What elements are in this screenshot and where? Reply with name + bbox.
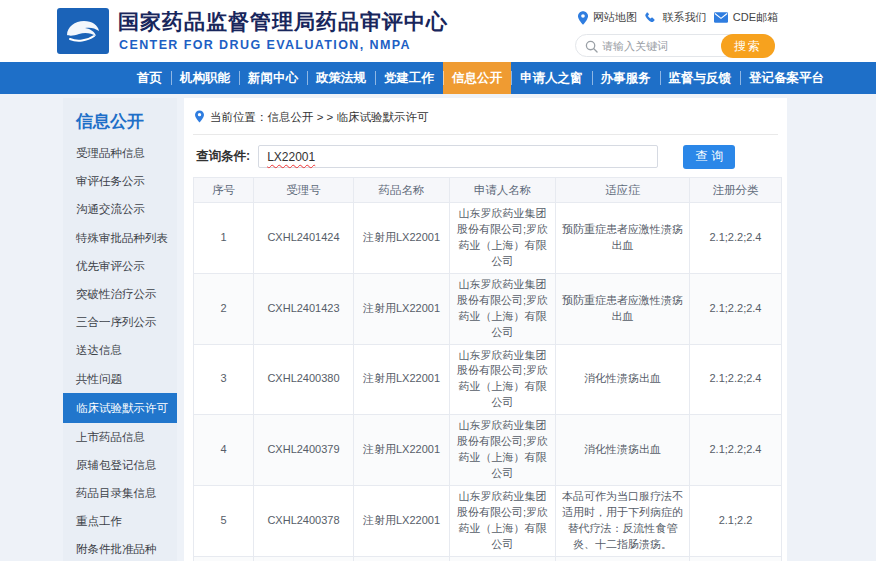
nav-item-信息公开[interactable]: 信息公开 (443, 62, 511, 94)
table-cell: 注射用LX22001 (354, 344, 450, 415)
table-cell: 山东罗欣药业集团股份有限公司;罗欣药业（上海）有限公司 (450, 203, 556, 274)
table-cell: 2.1;2.2 (690, 486, 782, 557)
table-cell: 2.1;2.2;2.4 (690, 203, 782, 274)
table-cell: 注射用LX22001 (354, 273, 450, 344)
column-header-药品名称: 药品名称 (354, 178, 450, 203)
table-row: 2CXHL2401423注射用LX22001山东罗欣药业集团股份有限公司;罗欣药… (194, 273, 782, 344)
table-cell: 预防重症患者应激性溃疡出血 (556, 273, 690, 344)
cde-logo-icon[interactable] (57, 8, 109, 54)
breadcrumb-divider (193, 134, 778, 135)
sidebar-item-药品目录集信息[interactable]: 药品目录集信息 (63, 479, 177, 507)
results-table: 序号受理号药品名称申请人名称适应症注册分类 1CXHL2401424注射用LX2… (193, 177, 782, 561)
nav-item-监督与反馈[interactable]: 监督与反馈 (660, 62, 741, 94)
sidebar-item-突破性治疗公示[interactable]: 突破性治疗公示 (63, 280, 177, 308)
column-header-申请人名称: 申请人名称 (450, 178, 556, 203)
table-cell: 1 (194, 203, 254, 274)
column-header-适应症: 适应症 (556, 178, 690, 203)
table-cell: 消化性溃疡出血 (556, 415, 690, 486)
nav-item-首页[interactable]: 首页 (128, 62, 171, 94)
phone-icon (644, 11, 657, 24)
header-quick-links: 网站地图 联系我们 CDE邮箱 (578, 10, 778, 25)
table-header-row: 序号受理号药品名称申请人名称适应症注册分类 (194, 178, 782, 203)
table-cell: 消化性溃疡出血 (556, 344, 690, 415)
table-cell: 注射用LX22001 (354, 415, 450, 486)
sidebar-item-沟通交流公示[interactable]: 沟通交流公示 (63, 195, 177, 223)
location-pin-icon (195, 110, 204, 125)
query-button[interactable]: 查询 (683, 145, 735, 169)
sidebar-title: 信息公开 (63, 98, 177, 139)
sidebar-item-送达信息[interactable]: 送达信息 (63, 336, 177, 364)
table-body: 1CXHL2401424注射用LX22001山东罗欣药业集团股份有限公司;罗欣药… (194, 203, 782, 561)
table-cell: CXHL2400380 (254, 344, 354, 415)
query-label: 查询条件: (196, 148, 250, 165)
sidebar-item-共性问题[interactable]: 共性问题 (63, 365, 177, 393)
nav-item-登记备案平台[interactable]: 登记备案平台 (740, 62, 833, 94)
query-input[interactable]: LX22001 (258, 145, 658, 168)
table-cell: 注射用LX22001 (354, 557, 450, 561)
nav-item-申请人之窗[interactable]: 申请人之窗 (511, 62, 592, 94)
sidebar-item-重点工作[interactable]: 重点工作 (63, 507, 177, 535)
sidebar-item-临床试验默示许可[interactable]: 临床试验默示许可 (63, 393, 177, 423)
sidebar-item-附条件批准品种[interactable]: 附条件批准品种 (63, 535, 177, 561)
nav-item-机构职能[interactable]: 机构职能 (171, 62, 239, 94)
table-cell: 山东罗欣药业集团股份有限公司;罗欣药业（上海）有限公司 (450, 557, 556, 561)
table-cell: 山东罗欣药业集团股份有限公司;罗欣药业（上海）有限公司 (450, 344, 556, 415)
nav-item-党建工作[interactable]: 党建工作 (375, 62, 443, 94)
cde-mail-link[interactable]: CDE邮箱 (714, 10, 778, 25)
sidebar-item-三合一序列公示[interactable]: 三合一序列公示 (63, 308, 177, 336)
sidebar-item-特殊审批品种列表[interactable]: 特殊审批品种列表 (63, 224, 177, 252)
table-row: 6CXHL2400377注射用LX22001山东罗欣药业集团股份有限公司;罗欣药… (194, 557, 782, 561)
table-cell: 4 (194, 415, 254, 486)
nav-item-新闻中心[interactable]: 新闻中心 (239, 62, 307, 94)
site-title: 国家药品监督管理局药品审评中心 (118, 8, 448, 36)
table-cell: 山东罗欣药业集团股份有限公司;罗欣药业（上海）有限公司 (450, 486, 556, 557)
mail-icon (714, 12, 728, 23)
table-cell: 预防重症患者应激性溃疡出血 (556, 203, 690, 274)
table-cell: CXHL2400378 (254, 486, 354, 557)
sidebar-list: 受理品种信息审评任务公示沟通交流公示特殊审批品种列表优先审评公示突破性治疗公示三… (63, 139, 177, 561)
table-cell: 注射用LX22001 (354, 203, 450, 274)
table-cell: CXHL2400377 (254, 557, 354, 561)
contact-link[interactable]: 联系我们 (644, 10, 706, 25)
table-cell: 5 (194, 486, 254, 557)
column-header-受理号: 受理号 (254, 178, 354, 203)
table-cell: 山东罗欣药业集团股份有限公司;罗欣药业（上海）有限公司 (450, 415, 556, 486)
sidebar-item-优先审评公示[interactable]: 优先审评公示 (63, 252, 177, 280)
site-search-button[interactable]: 搜索 (721, 34, 775, 58)
table-cell: 3 (194, 344, 254, 415)
table-cell: 山东罗欣药业集团股份有限公司;罗欣药业（上海）有限公司 (450, 273, 556, 344)
column-header-注册分类: 注册分类 (690, 178, 782, 203)
table-cell: CXHL2401424 (254, 203, 354, 274)
nav-item-办事服务[interactable]: 办事服务 (592, 62, 660, 94)
table-row: 5CXHL2400378注射用LX22001山东罗欣药业集团股份有限公司;罗欣药… (194, 486, 782, 557)
table-cell: 本品可作为当口服疗法不适用时，用于下列病症的替代疗法：反流性食管炎、十二指肠溃疡… (556, 557, 690, 561)
site-subtitle: CENTER FOR DRUG EVALUATION, NMPA (119, 38, 411, 52)
table-cell: 2.1;2.2;2.4 (690, 415, 782, 486)
sitemap-link-label: 网站地图 (593, 10, 637, 25)
main-nav: 首页机构职能新闻中心政策法规党建工作信息公开申请人之窗办事服务监督与反馈登记备案… (0, 62, 876, 94)
table-cell: 2.1;2.2 (690, 557, 782, 561)
breadcrumb-label: 当前位置：信息公开 > > 临床试验默示许可 (210, 110, 429, 125)
sidebar-item-原辅包登记信息[interactable]: 原辅包登记信息 (63, 451, 177, 479)
nav-item-政策法规[interactable]: 政策法规 (307, 62, 375, 94)
sidebar-item-受理品种信息[interactable]: 受理品种信息 (63, 139, 177, 167)
site-search-input[interactable] (602, 36, 712, 55)
sitemap-link[interactable]: 网站地图 (578, 10, 637, 25)
table-cell: 本品可作为当口服疗法不适用时，用于下列病症的替代疗法：反流性食管炎、十二指肠溃疡… (556, 486, 690, 557)
sidebar-item-上市药品信息[interactable]: 上市药品信息 (63, 423, 177, 451)
search-icon (585, 39, 598, 57)
table-cell: 2 (194, 273, 254, 344)
sidebar: 信息公开 受理品种信息审评任务公示沟通交流公示特殊审批品种列表优先审评公示突破性… (63, 98, 177, 561)
column-header-序号: 序号 (194, 178, 254, 203)
breadcrumb: 当前位置：信息公开 > > 临床试验默示许可 (195, 98, 778, 125)
table-cell: 注射用LX22001 (354, 486, 450, 557)
site-search-bar: 搜索 (575, 34, 775, 57)
main-content: 当前位置：信息公开 > > 临床试验默示许可 查询条件: LX22001 查询 … (184, 98, 787, 561)
sidebar-item-审评任务公示[interactable]: 审评任务公示 (63, 167, 177, 195)
cde-mail-link-label: CDE邮箱 (733, 10, 778, 25)
table-row: 1CXHL2401424注射用LX22001山东罗欣药业集团股份有限公司;罗欣药… (194, 203, 782, 274)
map-pin-icon (578, 11, 588, 25)
table-cell: CXHL2401423 (254, 273, 354, 344)
table-row: 4CXHL2400379注射用LX22001山东罗欣药业集团股份有限公司;罗欣药… (194, 415, 782, 486)
table-cell: CXHL2400379 (254, 415, 354, 486)
